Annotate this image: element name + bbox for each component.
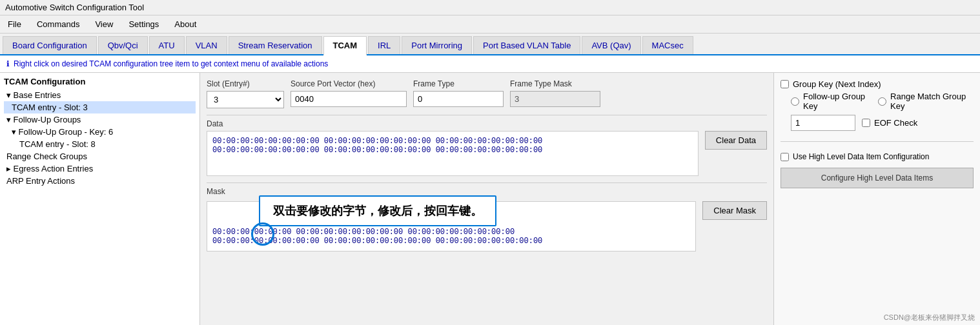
eof-check-checkbox[interactable] <box>862 119 870 127</box>
frame-type-group: Frame Type <box>413 79 504 107</box>
center-panel: Slot (Entry#) 3 Source Port Vector (hex)… <box>200 73 773 325</box>
sidebar-item-tcam-slot-3[interactable]: TCAM entry - Slot: 3 <box>4 101 196 113</box>
menu-about[interactable]: About <box>172 18 199 30</box>
tab-atu[interactable]: ATU <box>149 36 185 54</box>
menu-file[interactable]: File <box>5 18 24 30</box>
slot-select[interactable]: 3 <box>207 91 284 108</box>
sidebar-item-follow-up-groups[interactable]: ▾ Follow-Up Groups <box>4 113 196 126</box>
sidebar-item-arp-entry-actions[interactable]: ARP Entry Actions <box>4 175 196 187</box>
data-hex-display[interactable]: 00:00:00:00:00:00:00:00 00:00:00:00:00:0… <box>207 131 699 176</box>
sidebar-item-base-entries[interactable]: ▾ Base Entries <box>4 89 196 101</box>
sidebar-item-follow-up-group-key6[interactable]: ▾ Follow-Up Group - Key: 6 <box>4 126 196 138</box>
group-key-checkbox[interactable] <box>781 80 789 88</box>
follow-up-radio-row: Follow-up Group Key Range Match Group Ke… <box>791 92 974 111</box>
menu-bar: File Commands View Settings About <box>0 15 980 34</box>
info-text: Right click on desired TCAM configuratio… <box>14 59 328 68</box>
app-title: Automotive Switch Configuration Tool <box>5 3 144 12</box>
frame-type-mask-group: Frame Type Mask <box>510 79 600 107</box>
source-pv-group: Source Port Vector (hex) <box>291 79 407 107</box>
group-key-checkbox-row: Group Key (Next Index) <box>781 79 974 89</box>
main-layout: TCAM Configuration ▾ Base Entries TCAM e… <box>0 73 980 325</box>
group-key-label: Group Key (Next Index) <box>793 79 881 89</box>
range-match-label: Range Match Group Key <box>890 92 974 111</box>
frame-type-label: Frame Type <box>413 79 504 88</box>
tab-board-configuration[interactable]: Board Configuration <box>3 36 97 54</box>
source-pv-label: Source Port Vector (hex) <box>291 79 407 88</box>
tab-stream-reservation[interactable]: Stream Reservation <box>229 36 322 54</box>
mask-section: Mask 双击要修改的字节，修改后，按回车键。 00:00:00:00:00:0… <box>207 187 767 251</box>
info-bar: ℹ Right click on desired TCAM configurat… <box>0 55 980 73</box>
tab-port-mirroring[interactable]: Port Mirroring <box>402 36 472 54</box>
circle-marker <box>251 222 274 246</box>
slot-group: Slot (Entry#) 3 <box>207 79 284 108</box>
mask-tooltip: 双击要修改的字节，修改后，按回车键。 <box>259 195 496 226</box>
form-row-top: Slot (Entry#) 3 Source Port Vector (hex)… <box>207 79 767 108</box>
follow-up-radio[interactable] <box>791 97 799 106</box>
info-icon: ℹ <box>6 59 10 68</box>
tab-avb[interactable]: AVB (Qav) <box>582 36 640 54</box>
sidebar-item-tcam-slot-8[interactable]: TCAM entry - Slot: 8 <box>4 138 196 150</box>
menu-view[interactable]: View <box>92 18 116 30</box>
sidebar-title: TCAM Configuration <box>4 77 196 86</box>
configure-high-level-button[interactable]: Configure High Level Data Items <box>781 168 974 188</box>
tab-qbv-qci[interactable]: Qbv/Qci <box>98 36 148 54</box>
group-key-value-input[interactable] <box>791 115 855 131</box>
clear-mask-button[interactable]: Clear Mask <box>702 201 767 220</box>
menu-settings[interactable]: Settings <box>126 18 161 30</box>
data-hex-line1: 00:00:00:00:00:00:00:00 00:00:00:00:00:0… <box>212 137 693 146</box>
group-key-section: Group Key (Next Index) Follow-up Group K… <box>781 79 974 131</box>
eof-check-label: EOF Check <box>874 118 917 128</box>
data-section: Data 00:00:00:00:00:00:00:00 00:00:00:00… <box>207 119 767 176</box>
sidebar: TCAM Configuration ▾ Base Entries TCAM e… <box>0 73 200 325</box>
use-high-level-checkbox[interactable] <box>781 153 789 161</box>
tab-vlan[interactable]: VLAN <box>186 36 227 54</box>
source-pv-input[interactable] <box>291 91 407 107</box>
frame-type-mask-label: Frame Type Mask <box>510 79 600 88</box>
slot-label: Slot (Entry#) <box>207 79 284 88</box>
sidebar-item-range-check-groups[interactable]: Range Check Groups <box>4 150 196 162</box>
tab-bar: Board Configuration Qbv/Qci ATU VLAN Str… <box>0 34 980 55</box>
use-high-level-label: Use High Level Data Item Configuration <box>793 152 929 161</box>
sidebar-item-egress-action-entries[interactable]: ▸ Egress Action Entries <box>4 162 196 175</box>
mask-hex-display[interactable]: 双击要修改的字节，修改后，按回车键。 00:00:00:00:00:00 00:… <box>207 201 696 251</box>
mask-section-label: Mask <box>207 187 767 196</box>
mask-hex-line2: 00:00:00:00:00:00:00:00 00:00:00:00:00:0… <box>212 237 690 246</box>
watermark: CSDN@老板来份猪脚拌叉烧 <box>884 313 975 322</box>
eof-check-row: EOF Check <box>862 118 917 128</box>
menu-commands[interactable]: Commands <box>34 18 82 30</box>
title-bar: Automotive Switch Configuration Tool <box>0 0 980 15</box>
tab-macsec[interactable]: MACsec <box>642 36 693 54</box>
mask-hex-line1: 00:00:00:00:00:00 00:00:00:00:00:00:00:0… <box>212 228 690 237</box>
use-high-level-row: Use High Level Data Item Configuration <box>781 152 974 161</box>
range-match-radio[interactable] <box>878 97 886 106</box>
tab-tcam[interactable]: TCAM <box>323 36 367 55</box>
clear-data-button[interactable]: Clear Data <box>705 131 767 150</box>
frame-type-mask-input <box>510 91 600 107</box>
data-section-label: Data <box>207 119 767 128</box>
follow-up-label: Follow-up Group Key <box>803 92 874 111</box>
content-main: Slot (Entry#) 3 Source Port Vector (hex)… <box>200 73 980 325</box>
right-panel: Group Key (Next Index) Follow-up Group K… <box>773 73 980 325</box>
frame-type-input[interactable] <box>413 91 504 107</box>
tab-port-based-vlan[interactable]: Port Based VLAN Table <box>473 36 580 54</box>
tab-irl[interactable]: IRL <box>368 36 400 54</box>
data-hex-line2: 00:00:00:00:00:00:00:00 00:00:00:00:00:0… <box>212 146 693 155</box>
high-level-section: Use High Level Data Item Configuration C… <box>781 152 974 188</box>
